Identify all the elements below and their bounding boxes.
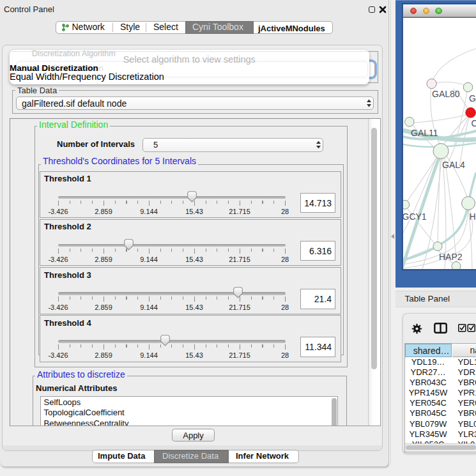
svg-text:HAP2: HAP2: [439, 251, 463, 261]
svg-text:GAL80: GAL80: [432, 88, 460, 98]
svg-text:GCY1: GCY1: [403, 211, 427, 222]
svg-text:GAL4: GAL4: [442, 159, 465, 169]
svg-text:H: H: [470, 211, 476, 222]
svg-text:GA: GA: [469, 93, 476, 103]
svg-text:C: C: [472, 118, 476, 128]
svg-text:GAL11: GAL11: [411, 127, 438, 137]
